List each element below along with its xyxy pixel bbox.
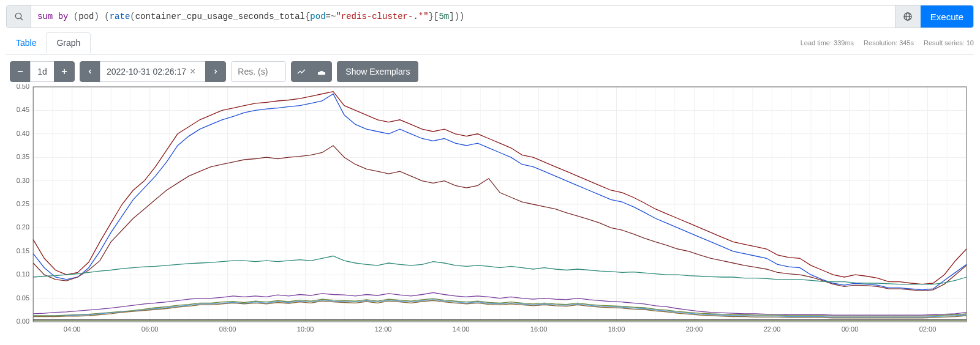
- svg-text:0.45: 0.45: [17, 106, 30, 113]
- svg-text:0.00: 0.00: [17, 317, 30, 325]
- svg-text:0.40: 0.40: [17, 130, 30, 137]
- tabs-row: Table Graph Load time: 339ms Resolution:…: [6, 31, 974, 55]
- range-group: 1d: [10, 61, 75, 82]
- svg-text:0.15: 0.15: [17, 247, 30, 254]
- query-bar: sum by (pod) (rate(container_cpu_usage_s…: [6, 5, 974, 28]
- svg-line-1: [20, 18, 22, 20]
- svg-text:12:00: 12:00: [375, 325, 392, 333]
- svg-text:20:00: 20:00: [686, 325, 703, 333]
- svg-text:0.10: 0.10: [17, 270, 30, 278]
- svg-text:0.25: 0.25: [17, 200, 30, 207]
- svg-text:04:00: 04:00: [64, 325, 81, 333]
- svg-text:0.35: 0.35: [17, 153, 30, 160]
- chart[interactable]: 0.000.050.100.150.200.250.300.350.400.45…: [10, 84, 970, 334]
- globe-icon[interactable]: [895, 6, 921, 28]
- clear-time-icon[interactable]: ×: [186, 66, 199, 77]
- end-time-input[interactable]: 2022-10-31 02:26:17 ×: [100, 61, 206, 82]
- show-exemplars-button[interactable]: Show Exemplars: [337, 61, 418, 82]
- svg-point-0: [15, 13, 21, 18]
- range-increase-button[interactable]: [54, 61, 75, 82]
- svg-text:0.20: 0.20: [17, 223, 30, 231]
- svg-text:10:00: 10:00: [297, 325, 314, 333]
- stacked-chart-icon[interactable]: [311, 61, 332, 82]
- stat-load-time: Load time: 339ms: [801, 39, 854, 46]
- stat-resolution: Resolution: 345s: [864, 39, 914, 46]
- stat-result-series: Result series: 10: [924, 39, 974, 46]
- svg-text:0.30: 0.30: [17, 177, 30, 184]
- svg-text:18:00: 18:00: [608, 325, 625, 333]
- expression-input[interactable]: sum by (pod) (rate(container_cpu_usage_s…: [31, 6, 895, 28]
- tab-table[interactable]: Table: [6, 33, 46, 53]
- resolution-input[interactable]: [231, 61, 286, 82]
- range-decrease-button[interactable]: [10, 61, 31, 82]
- svg-text:06:00: 06:00: [141, 325, 159, 333]
- chart-type-group: [291, 61, 332, 82]
- line-chart-icon[interactable]: [291, 61, 312, 82]
- graph-controls: 1d 2022-10-31 02:26:17 × Show Exemplars: [10, 61, 970, 82]
- time-back-button[interactable]: [80, 61, 100, 82]
- svg-text:16:00: 16:00: [530, 325, 548, 333]
- svg-text:00:00: 00:00: [842, 325, 859, 333]
- range-input[interactable]: 1d: [30, 61, 55, 82]
- tab-graph[interactable]: Graph: [46, 32, 91, 53]
- svg-text:14:00: 14:00: [453, 325, 470, 333]
- execute-button[interactable]: Execute: [921, 6, 973, 28]
- query-stats: Load time: 339ms Resolution: 345s Result…: [801, 39, 974, 46]
- svg-text:02:00: 02:00: [919, 325, 937, 333]
- time-group: 2022-10-31 02:26:17 ×: [80, 61, 226, 82]
- end-time-value: 2022-10-31 02:26:17: [107, 67, 186, 76]
- svg-text:0.50: 0.50: [17, 84, 30, 90]
- time-forward-button[interactable]: [205, 61, 226, 82]
- svg-text:22:00: 22:00: [764, 325, 781, 333]
- svg-text:08:00: 08:00: [219, 325, 236, 333]
- svg-text:0.05: 0.05: [17, 294, 30, 302]
- search-icon: [7, 6, 31, 28]
